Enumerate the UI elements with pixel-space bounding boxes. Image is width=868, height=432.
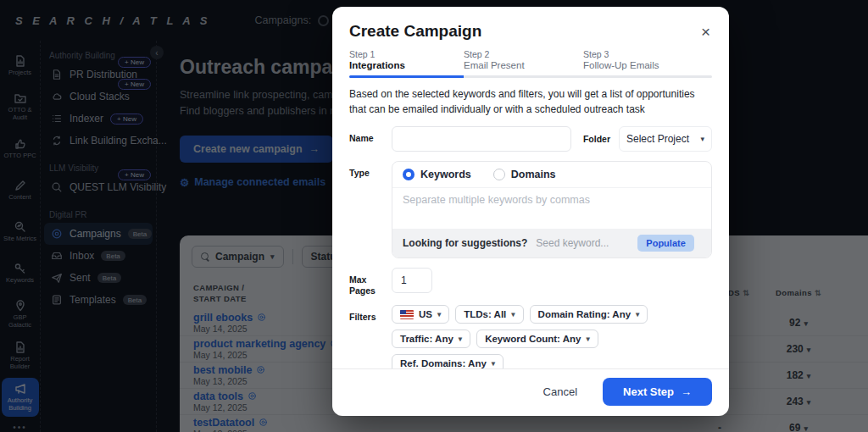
type-box: Keywords Domains Looking for suggestions…: [392, 161, 712, 258]
radio-selected-icon: [403, 169, 415, 180]
suggestions-label: Looking for suggestions?: [403, 237, 527, 249]
next-step-button[interactable]: Next Step →: [603, 378, 712, 406]
chip-label: Domain Rating: Any: [538, 309, 631, 319]
seed-keyword-input[interactable]: [536, 237, 629, 249]
modal-footer: Cancel Next Step →: [332, 368, 729, 416]
campaign-name-input[interactable]: [392, 126, 571, 152]
filter-chips: US ▾ TLDs: All ▾ Domain Rating: Any ▾ Tr…: [392, 305, 712, 368]
max-pages-label: Max Pages: [349, 268, 392, 296]
caret-down-icon: ▾: [700, 135, 704, 143]
step-number: Step 2: [464, 49, 583, 59]
traffic-filter-chip[interactable]: Traffic: Any ▾: [392, 330, 470, 348]
modal-body: Create Campaign × Step 1 Integrations St…: [332, 7, 729, 368]
us-flag-icon: [400, 310, 414, 319]
type-radio-group: Keywords Domains: [392, 162, 711, 188]
domain-rating-filter-chip[interactable]: Domain Rating: Any ▾: [530, 305, 648, 324]
folder-label: Folder: [583, 134, 610, 144]
modal-description: Based on the selected keywords and filte…: [349, 86, 712, 117]
step-3-follow-up-emails[interactable]: Step 3 Follow-Up Emails: [583, 49, 712, 70]
keywords-radio[interactable]: Keywords: [403, 169, 471, 180]
folder-select[interactable]: Select Project ▾: [619, 126, 712, 152]
step-name: Follow-Up Emails: [583, 60, 712, 70]
domains-radio[interactable]: Domains: [493, 169, 556, 180]
ref-domains-filter-chip[interactable]: Ref. Domains: Any ▾: [392, 354, 504, 368]
caret-down-icon: ▾: [636, 310, 639, 318]
name-label: Name: [349, 126, 392, 144]
chip-label: US: [419, 309, 432, 319]
caret-down-icon: ▾: [586, 335, 589, 343]
step-name: Integrations: [349, 60, 464, 70]
caret-down-icon: ▾: [492, 359, 495, 368]
step-2-email-present[interactable]: Step 2 Email Present: [464, 49, 583, 70]
tlds-filter-chip[interactable]: TLDs: All ▾: [455, 305, 523, 324]
close-icon[interactable]: ×: [699, 22, 712, 42]
max-pages-input[interactable]: [392, 268, 432, 293]
name-row: Name Folder Select Project ▾: [349, 126, 712, 152]
radio-label: Keywords: [420, 169, 471, 180]
screen: S E A R C H / A T L A S Campaigns: 170 o…: [0, 0, 868, 432]
modal-title: Create Campaign: [349, 22, 481, 41]
step-progress-bar: [349, 75, 712, 78]
chip-label: Ref. Domains: Any: [400, 358, 487, 368]
steps-nav: Step 1 Integrations Step 2 Email Present…: [349, 49, 712, 70]
next-step-label: Next Step: [623, 385, 674, 398]
filters-label: Filters: [349, 305, 392, 323]
caret-down-icon: ▾: [511, 310, 515, 318]
arrow-right-icon: →: [681, 385, 692, 398]
chip-label: Traffic: Any: [400, 334, 453, 344]
populate-button[interactable]: Populate: [637, 235, 693, 252]
step-1-integrations[interactable]: Step 1 Integrations: [349, 49, 464, 70]
type-row: Type Keywords Domains Loo: [349, 161, 712, 258]
max-pages-row: Max Pages: [349, 268, 712, 296]
chip-label: Keyword Count: Any: [485, 334, 581, 344]
keywords-textarea[interactable]: [392, 188, 711, 225]
create-campaign-modal: Create Campaign × Step 1 Integrations St…: [332, 7, 729, 416]
caret-down-icon: ▾: [459, 335, 462, 343]
filters-row: Filters US ▾ TLDs: All ▾ Domain Rating: …: [349, 305, 712, 368]
type-label: Type: [349, 161, 392, 179]
progress-inactive-segment: [464, 75, 712, 78]
suggestions-bar: Looking for suggestions? Populate: [392, 229, 711, 258]
progress-active-segment: [349, 75, 464, 78]
step-number: Step 3: [583, 49, 712, 59]
country-filter-chip[interactable]: US ▾: [392, 305, 449, 324]
cancel-button[interactable]: Cancel: [543, 385, 577, 398]
step-name: Email Present: [464, 60, 583, 70]
keyword-count-filter-chip[interactable]: Keyword Count: Any ▾: [476, 330, 598, 348]
folder-select-value: Select Project: [626, 133, 689, 145]
caret-down-icon: ▾: [437, 310, 441, 318]
chip-label: TLDs: All: [464, 309, 506, 319]
step-number: Step 1: [349, 49, 464, 59]
radio-unselected-icon: [493, 169, 505, 180]
radio-label: Domains: [511, 169, 556, 180]
